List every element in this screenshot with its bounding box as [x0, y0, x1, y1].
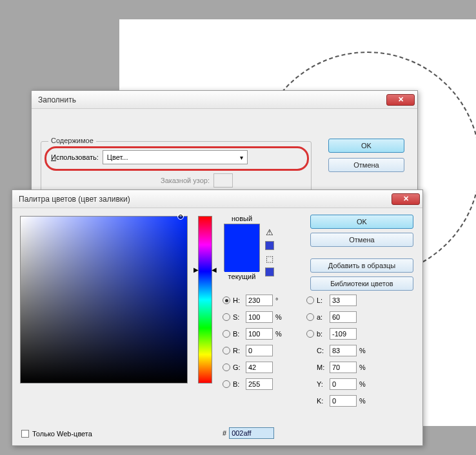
close-button[interactable]	[386, 94, 415, 106]
close-button[interactable]	[392, 193, 420, 205]
h-radio[interactable]	[223, 296, 230, 304]
c-input[interactable]	[330, 345, 357, 356]
new-color-swatch	[224, 224, 259, 248]
b-hsb-label: B:	[233, 330, 246, 338]
g-input[interactable]	[246, 362, 273, 373]
current-color-swatch[interactable]	[224, 248, 259, 272]
fill-dialog-titlebar[interactable]: Заполнить	[32, 91, 417, 109]
l-radio[interactable]	[306, 296, 314, 304]
h-input[interactable]	[246, 295, 273, 306]
hex-label: #	[223, 429, 226, 437]
g-label: G:	[233, 363, 246, 371]
k-label: K:	[317, 397, 330, 405]
picker-titlebar[interactable]: Палитра цветов (цвет заливки)	[12, 190, 422, 208]
websafe-corrected-swatch[interactable]	[265, 267, 274, 276]
gamut-warning-icon[interactable]: ⚠	[266, 228, 273, 237]
b-lab-label: b:	[317, 330, 330, 338]
webonly-label: Только Web-цвета	[32, 430, 92, 438]
color-picker-dialog: Палитра цветов (цвет заливки) новый теку…	[12, 189, 423, 446]
s-label: S:	[233, 313, 246, 321]
color-preview-swatch	[224, 224, 260, 271]
g-radio[interactable]	[223, 363, 230, 371]
m-input[interactable]	[330, 362, 357, 373]
r-label: R:	[233, 347, 246, 354]
pattern-label: Заказной узор:	[161, 177, 210, 184]
new-color-label: новый	[224, 215, 260, 222]
fill-dialog-title: Заполнить	[38, 95, 386, 104]
a-radio[interactable]	[306, 313, 314, 321]
k-input[interactable]	[330, 395, 357, 407]
h-label: H:	[233, 296, 246, 304]
hue-slider[interactable]	[198, 216, 212, 383]
ok-button[interactable]: OK	[310, 215, 413, 229]
b-rgb-label: B:	[233, 380, 246, 388]
r-input[interactable]	[246, 345, 273, 356]
hue-slider-thumb[interactable]	[193, 266, 217, 273]
s-radio[interactable]	[223, 313, 230, 321]
y-input[interactable]	[330, 378, 357, 390]
a-input[interactable]	[330, 311, 357, 323]
hex-input[interactable]	[229, 427, 274, 439]
content-fieldset-label: Содержимое	[48, 137, 96, 144]
b-hsb-input[interactable]	[246, 328, 273, 340]
l-input[interactable]	[330, 295, 357, 306]
r-radio[interactable]	[223, 347, 230, 354]
sv-cursor[interactable]	[177, 213, 184, 220]
l-label: L:	[317, 296, 330, 304]
y-label: Y:	[317, 380, 330, 388]
b-rgb-input[interactable]	[246, 378, 273, 390]
s-input[interactable]	[246, 311, 273, 323]
b-hsb-radio[interactable]	[223, 330, 230, 338]
ok-button[interactable]: OK	[328, 139, 404, 153]
fill-dialog: Заполнить Содержимое Использовать: Цвет.…	[31, 90, 418, 206]
webonly-checkbox[interactable]	[21, 430, 29, 438]
current-color-label: текущий	[224, 273, 260, 280]
cancel-button[interactable]: Отмена	[328, 158, 404, 172]
a-label: a:	[317, 313, 330, 321]
gamut-corrected-swatch[interactable]	[265, 241, 274, 250]
c-label: C:	[317, 347, 330, 354]
cancel-button[interactable]: Отмена	[310, 233, 413, 247]
b-lab-radio[interactable]	[306, 330, 314, 338]
pattern-swatch	[213, 173, 233, 188]
m-label: M:	[317, 363, 330, 371]
saturation-value-field[interactable]	[20, 216, 188, 383]
b-rgb-radio[interactable]	[223, 380, 230, 388]
b-lab-input[interactable]	[330, 328, 357, 340]
highlight-annotation	[45, 146, 309, 171]
picker-title: Палитра цветов (цвет заливки)	[19, 195, 392, 204]
color-libraries-button[interactable]: Библиотеки цветов	[310, 276, 413, 291]
websafe-warning-icon[interactable]: ⬚	[266, 254, 273, 264]
add-swatch-button[interactable]: Добавить в образцы	[310, 258, 413, 273]
